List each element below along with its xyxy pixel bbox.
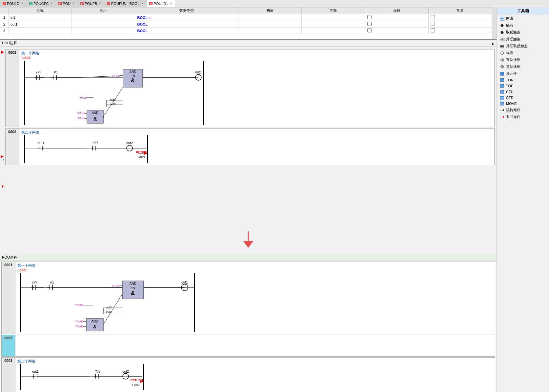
col-num bbox=[0, 8, 9, 14]
ctd-icon: CTD bbox=[499, 96, 505, 100]
expand-icon[interactable]: + bbox=[3, 158, 5, 162]
tab-close-poufun[interactable]: ✕ bbox=[141, 2, 144, 5]
var-type-1[interactable]: BOOL ⟐ bbox=[135, 14, 238, 21]
tab-icon-poufb: P bbox=[80, 2, 84, 5]
tab-pould1[interactable]: P POULD1 ✕ bbox=[147, 0, 175, 7]
tab-close-pou[interactable]: ✕ bbox=[72, 2, 75, 5]
var-name-1[interactable]: in1 bbox=[9, 14, 72, 21]
var-retain-2[interactable] bbox=[365, 21, 428, 28]
var-type-2[interactable]: BOOL bbox=[135, 21, 238, 28]
tab-close-poufb[interactable]: ✕ bbox=[99, 2, 101, 5]
toolbar-item-ctu[interactable]: CTU CTU bbox=[497, 89, 549, 95]
variable-table-section: 名称 地址 数据类型 初值 注释 保持 常量 bbox=[0, 7, 497, 40]
svg-text:&: & bbox=[93, 324, 96, 329]
var-addr-1[interactable] bbox=[72, 14, 135, 21]
lower-0003-numcol: 0003 bbox=[2, 358, 15, 392]
variable-table: 名称 地址 数据类型 初值 注释 保持 常量 bbox=[0, 7, 492, 34]
var-comment-2[interactable] bbox=[302, 21, 365, 28]
var-retain-3[interactable] bbox=[365, 28, 428, 34]
var-init-3[interactable] bbox=[238, 28, 302, 34]
var-name-3[interactable] bbox=[9, 28, 72, 34]
var-retain-1[interactable] bbox=[365, 14, 428, 21]
and-symbol-1: & bbox=[131, 78, 135, 83]
toolbar-item-npcontact[interactable]: 并联取反触点 bbox=[497, 43, 549, 49]
upper-canvas[interactable]: ▶ 0001 第一个网络 Label: bbox=[0, 47, 497, 225]
toolbar-ncontact-label: 取反触点 bbox=[506, 30, 520, 35]
var-init-1[interactable] bbox=[238, 14, 302, 21]
var-name-2[interactable]: out1 bbox=[9, 21, 72, 28]
tab-close-poucfc[interactable]: ✕ bbox=[50, 2, 53, 5]
var-type-3[interactable]: BOOL bbox=[135, 28, 238, 34]
toolbar-item-block[interactable]: 块元件 bbox=[497, 70, 549, 77]
toolbar-item-contact[interactable]: 触点 bbox=[497, 22, 549, 29]
toolbar-item-rcoil[interactable]: R 复位线圈 bbox=[497, 63, 549, 70]
network-0001-content: 第一个网络 Label: ??? bbox=[19, 49, 494, 127]
ctu-icon: CTU bbox=[499, 90, 505, 94]
lower-0003-content: 第二个网络 out1 ??? bbox=[15, 358, 495, 392]
tab-poucfc[interactable]: C POUCFC ✕ bbox=[27, 0, 56, 7]
error-indicator-top: ▶ bbox=[1, 49, 4, 54]
toolbar-item-ncontact[interactable]: 取反触点 bbox=[497, 29, 549, 36]
svg-text:TRUE: TRUE bbox=[75, 325, 83, 328]
toolbar-item-move[interactable]: MOV MOVE bbox=[497, 101, 549, 107]
svg-text:???: ??? bbox=[92, 141, 98, 145]
lower-0001-content: 第一个网络 Label: ??? bbox=[15, 262, 495, 334]
tab-icon-pou: P bbox=[58, 2, 62, 5]
toolbar-item-ctd[interactable]: CTD CTD bbox=[497, 95, 549, 101]
tab-close-pould[interactable]: ✕ bbox=[21, 2, 24, 5]
lower-0003-title: 第二个网络 bbox=[17, 359, 493, 364]
network-0002-num-col: 0002 bbox=[6, 129, 19, 165]
tab-poufb[interactable]: P POUFB ✕ bbox=[78, 0, 104, 7]
ladder-diagram-0001: ??? in1 bbox=[21, 61, 212, 125]
toolbar-coil-label: 线圈 bbox=[506, 50, 513, 55]
tof-icon: TOF bbox=[499, 84, 505, 88]
svg-text:out2: out2 bbox=[106, 306, 112, 309]
svg-rect-101 bbox=[500, 17, 502, 18]
big-arrow bbox=[0, 225, 497, 254]
toolbar-item-tof[interactable]: TOF TOF bbox=[497, 83, 549, 89]
toolbar-item-scoil[interactable]: S 置位线圈 bbox=[497, 56, 549, 63]
svg-text:???: ??? bbox=[95, 370, 101, 373]
lower-0003-num: 0003 bbox=[4, 359, 12, 363]
network-0002-number: 0002 bbox=[8, 130, 16, 134]
out2-label: out2 bbox=[110, 98, 116, 102]
tab-icon-poucfc: C bbox=[29, 2, 32, 5]
arrow-down-svg bbox=[240, 230, 256, 249]
var-constant-1[interactable] bbox=[428, 14, 492, 21]
var-constant-2[interactable] bbox=[428, 21, 492, 28]
svg-text:in1: in1 bbox=[50, 281, 54, 284]
toolbar-rcoil-label: 复位线圈 bbox=[506, 64, 520, 69]
toolbar-item-coil[interactable]: 线圈 bbox=[497, 49, 549, 56]
lower-0001-numcol: 0001 bbox=[2, 262, 15, 334]
return-icon bbox=[499, 115, 505, 119]
svg-point-128 bbox=[501, 52, 503, 54]
toolbar-item-network[interactable]: 网络 bbox=[497, 15, 549, 22]
true-label-3: TRUE bbox=[76, 111, 85, 115]
tab-close-pould1[interactable]: ✕ bbox=[170, 2, 172, 5]
var-comment-1[interactable] bbox=[302, 14, 365, 21]
toolbar-scoil-label: 置位线圈 bbox=[506, 57, 520, 62]
tab-pould[interactable]: P POULD ✕ bbox=[0, 0, 27, 7]
svg-text:out1: out1 bbox=[38, 141, 44, 145]
var-init-2[interactable] bbox=[238, 21, 302, 28]
toolbar-ton-label: TON bbox=[506, 78, 514, 82]
svg-marker-150 bbox=[503, 109, 504, 111]
ladder-diagram-0002: out1 ??? bbox=[21, 135, 152, 163]
toolbar-item-return[interactable]: 返回元件 bbox=[497, 113, 549, 120]
toolbar-item-ton[interactable]: TON TON bbox=[497, 77, 549, 83]
tab-label-poufb: POUFB bbox=[85, 2, 97, 6]
var-addr-3[interactable] bbox=[72, 28, 135, 34]
tab-poufun[interactable]: P POUFUN : BOOL ✕ bbox=[104, 0, 147, 7]
pou-note-scroll-up[interactable]: ▲ bbox=[491, 41, 495, 45]
svg-text:TON: TON bbox=[501, 79, 504, 81]
right-toolbar: 工具箱 网络 触点 取反触点 bbox=[497, 7, 549, 392]
toolbar-title: 工具箱 bbox=[497, 7, 549, 15]
tab-pou[interactable]: P POU ✕ bbox=[56, 0, 78, 7]
toolbar-item-pcontact[interactable]: 并联触点 bbox=[497, 36, 549, 43]
toolbar-item-jump[interactable]: 跳转元件 bbox=[497, 107, 549, 113]
var-constant-3[interactable] bbox=[428, 28, 492, 34]
var-comment-3[interactable] bbox=[302, 28, 365, 34]
and-symbol-2: & bbox=[93, 116, 97, 122]
var-addr-2[interactable] bbox=[72, 21, 135, 28]
var-scrollbar[interactable] bbox=[492, 7, 497, 39]
